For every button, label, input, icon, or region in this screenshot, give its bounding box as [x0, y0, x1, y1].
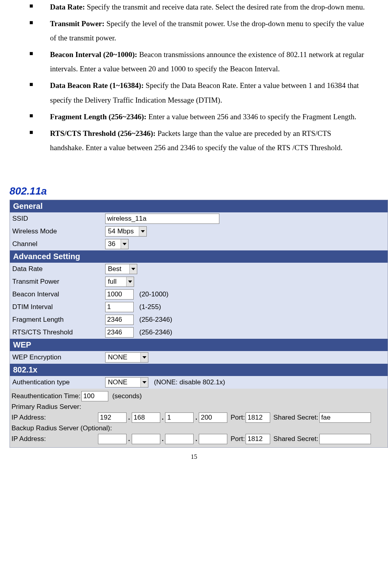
- beacon-interval-input[interactable]: [105, 289, 134, 300]
- chevron-down-icon: [126, 277, 134, 286]
- dtim-interval-input[interactable]: [105, 302, 134, 312]
- auth-type-hint: (NONE: disable 802.1x): [151, 378, 225, 386]
- primary-ip2-input[interactable]: [132, 412, 160, 423]
- reauth-time-label: Reauthentication Time:: [12, 392, 81, 400]
- primary-port-input[interactable]: [246, 412, 270, 423]
- ssid-input[interactable]: [105, 214, 219, 224]
- rts-threshold-input[interactable]: [105, 327, 134, 338]
- wireless-mode-label: Wireless Mode: [12, 227, 103, 235]
- ssid-label: SSID: [12, 215, 103, 223]
- row-beacon-interval: Beacon Interval (20-1000): [10, 288, 388, 301]
- shared-secret-label: Shared Secret:: [271, 435, 318, 443]
- backup-secret-input[interactable]: [319, 434, 371, 444]
- desc-item: Data Rate: Specify the transmit and rece…: [29, 0, 367, 14]
- section-advanced: Advanced Setting: [10, 250, 388, 263]
- auth-type-label: Authentication type: [12, 378, 103, 386]
- config-panel: General SSID Wireless Mode 54 Mbps Chann…: [10, 200, 388, 448]
- backup-port-input[interactable]: [246, 434, 270, 444]
- data-rate-select[interactable]: Best: [105, 264, 137, 274]
- backup-ip4-input[interactable]: [199, 434, 227, 444]
- backup-ip3-input[interactable]: [165, 434, 194, 444]
- chevron-down-icon: [121, 239, 128, 249]
- beacon-interval-hint: (20-1000): [136, 290, 169, 298]
- primary-ip4-input[interactable]: [199, 412, 227, 423]
- fragment-length-input[interactable]: [105, 315, 134, 325]
- desc-item: RTS/CTS Threshold (256~2346): Packets la…: [29, 126, 367, 155]
- dtim-interval-label: DTIM Interval: [12, 303, 103, 311]
- desc-item: Data Beacon Rate (1~16384): Specify the …: [29, 78, 367, 107]
- backup-radius-label: Backup Radius Server (Optional):: [12, 424, 112, 432]
- desc-item: Fragment Length (256~2346): Enter a valu…: [29, 110, 367, 124]
- chevron-down-icon: [139, 227, 146, 236]
- row-wep-encryption: WEP Encryption NONE: [10, 351, 388, 364]
- transmit-power-select[interactable]: full: [105, 277, 134, 287]
- shared-secret-label: Shared Secret:: [271, 414, 318, 422]
- row-wireless-mode: Wireless Mode 54 Mbps: [10, 225, 388, 238]
- desc-item: Transmit Power: Specify the level of the…: [29, 17, 367, 45]
- beacon-interval-label: Beacon Interval: [12, 290, 103, 298]
- section-heading-80211a: 802.11a: [10, 185, 388, 197]
- row-channel: Channel 36: [10, 238, 388, 250]
- row-rts-threshold: RTS/CTS Threshold (256-2346): [10, 326, 388, 339]
- reauth-time-input[interactable]: [81, 391, 108, 401]
- wep-encryption-select[interactable]: NONE: [105, 352, 148, 363]
- primary-ip1-input[interactable]: [98, 412, 127, 423]
- wireless-mode-select[interactable]: 54 Mbps: [105, 226, 147, 237]
- radius-block: Reauthentication Time: (seconds) Primary…: [10, 389, 388, 447]
- backup-ip1-input[interactable]: [98, 434, 127, 444]
- chevron-down-icon: [129, 264, 137, 274]
- row-dtim-interval: DTIM Interval (1-255): [10, 301, 388, 313]
- primary-secret-input[interactable]: [319, 412, 371, 423]
- dtim-interval-hint: (1-255): [136, 303, 161, 311]
- auth-type-select[interactable]: NONE: [105, 377, 148, 388]
- description-list: Data Rate: Specify the transmit and rece…: [16, 0, 372, 155]
- chevron-down-icon: [140, 353, 148, 362]
- fragment-length-hint: (256-2346): [136, 316, 172, 324]
- channel-select[interactable]: 36: [105, 239, 129, 249]
- page-number: 15: [0, 453, 388, 460]
- row-auth-type: Authentication type NONE (NONE: disable …: [10, 376, 388, 389]
- chevron-down-icon: [140, 378, 148, 387]
- primary-radius-label: Primary Radius Server:: [12, 403, 81, 411]
- row-data-rate: Data Rate Best: [10, 263, 388, 275]
- row-ssid: SSID: [10, 212, 388, 225]
- port-label: Port:: [228, 435, 245, 443]
- ip-address-label: IP Address:: [12, 414, 97, 422]
- channel-label: Channel: [12, 240, 103, 248]
- wep-encryption-label: WEP Encryption: [12, 353, 103, 361]
- data-rate-label: Data Rate: [12, 265, 103, 273]
- ip-address-label: IP Address:: [12, 435, 97, 443]
- row-transmit-power: Transmit Power full: [10, 275, 388, 288]
- row-fragment-length: Fragment Length (256-2346): [10, 313, 388, 326]
- section-wep: WEP: [10, 339, 388, 351]
- backup-ip2-input[interactable]: [132, 434, 160, 444]
- rts-threshold-hint: (256-2346): [136, 328, 172, 336]
- desc-item: Beacon Interval (20~1000): Beacon transm…: [29, 48, 367, 76]
- primary-ip3-input[interactable]: [165, 412, 194, 423]
- port-label: Port:: [228, 414, 245, 422]
- transmit-power-label: Transmit Power: [12, 278, 103, 286]
- reauth-time-hint: (seconds): [109, 392, 142, 400]
- section-general: General: [10, 200, 388, 212]
- section-8021x: 802.1x: [10, 364, 388, 376]
- fragment-length-label: Fragment Length: [12, 316, 103, 324]
- rts-threshold-label: RTS/CTS Threshold: [12, 328, 103, 336]
